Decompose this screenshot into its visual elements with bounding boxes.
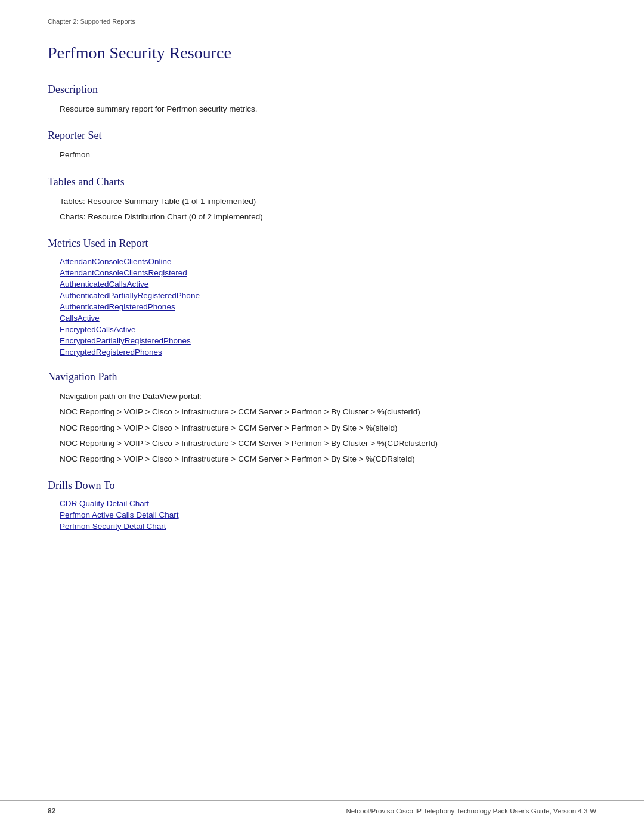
page-wrapper: Chapter 2: Supported Reports Perfmon Sec…: [0, 0, 644, 833]
page-number: 82: [48, 807, 55, 815]
metric-link[interactable]: AttendantConsoleClientsOnline: [60, 257, 596, 266]
metric-link[interactable]: CallsActive: [60, 314, 596, 323]
metrics-heading: Metrics Used in Report: [48, 237, 596, 250]
reporter-set-content: Perfmon: [60, 149, 596, 161]
nav-paths-list: NOC Reporting > VOIP > Cisco > Infrastru…: [60, 406, 596, 465]
title-rule: [48, 69, 596, 69]
chapter-header: Chapter 2: Supported Reports: [48, 18, 596, 25]
tables-charts-heading: Tables and Charts: [48, 176, 596, 188]
nav-path-item: NOC Reporting > VOIP > Cisco > Infrastru…: [60, 422, 596, 434]
drilldown-link[interactable]: Perfmon Active Calls Detail Chart: [60, 510, 596, 519]
reporter-set-heading: Reporter Set: [48, 129, 596, 142]
navigation-path-content: Navigation path on the DataView portal: …: [60, 391, 596, 465]
drills-down-heading: Drills Down To: [48, 479, 596, 492]
metric-link[interactable]: EncryptedPartiallyRegisteredPhones: [60, 336, 596, 345]
navigation-path-heading: Navigation Path: [48, 371, 596, 383]
top-rule: [48, 29, 596, 29]
metrics-content: AttendantConsoleClientsOnlineAttendantCo…: [60, 257, 596, 357]
nav-path-item: NOC Reporting > VOIP > Cisco > Infrastru…: [60, 406, 596, 418]
metric-link[interactable]: EncryptedRegisteredPhones: [60, 348, 596, 357]
drilldown-link[interactable]: CDR Quality Detail Chart: [60, 499, 596, 508]
page-footer: 82 Netcool/Proviso Cisco IP Telephony Te…: [0, 800, 644, 821]
nav-path-intro: Navigation path on the DataView portal:: [60, 391, 596, 402]
metric-link[interactable]: EncryptedCallsActive: [60, 325, 596, 334]
drills-down-content: CDR Quality Detail ChartPerfmon Active C…: [60, 499, 596, 531]
footer-doc-title: Netcool/Proviso Cisco IP Telephony Techn…: [346, 807, 596, 815]
description-heading: Description: [48, 83, 596, 96]
drilldown-link[interactable]: Perfmon Security Detail Chart: [60, 522, 596, 531]
metric-link[interactable]: AuthenticatedRegisteredPhones: [60, 302, 596, 311]
description-content: Resource summary report for Perfmon secu…: [60, 103, 596, 115]
reporter-set-text: Perfmon: [60, 149, 596, 161]
metric-link[interactable]: AuthenticatedCallsActive: [60, 280, 596, 289]
metric-link[interactable]: AttendantConsoleClientsRegistered: [60, 268, 596, 277]
page-title: Perfmon Security Resource: [48, 44, 596, 63]
charts-line: Charts: Resource Distribution Chart (0 o…: [60, 211, 596, 223]
nav-path-item: NOC Reporting > VOIP > Cisco > Infrastru…: [60, 453, 596, 465]
tables-charts-content: Tables: Resource Summary Table (1 of 1 i…: [60, 196, 596, 224]
nav-path-item: NOC Reporting > VOIP > Cisco > Infrastru…: [60, 438, 596, 450]
metric-link[interactable]: AuthenticatedPartiallyRegisteredPhone: [60, 291, 596, 300]
description-text: Resource summary report for Perfmon secu…: [60, 103, 596, 115]
tables-line: Tables: Resource Summary Table (1 of 1 i…: [60, 196, 596, 208]
